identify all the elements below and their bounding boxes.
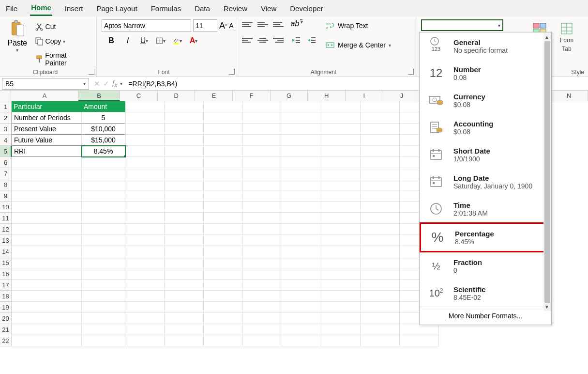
increase-indent-button[interactable] <box>307 35 317 46</box>
cell-a16[interactable] <box>12 268 82 280</box>
cell-b20[interactable] <box>82 313 125 324</box>
number-format-general[interactable]: 123 General No specific format <box>420 32 551 60</box>
cell-blank[interactable] <box>165 324 204 335</box>
cell-a20[interactable] <box>12 313 82 324</box>
cell-a18[interactable] <box>12 291 82 302</box>
cell-blank[interactable] <box>243 268 282 280</box>
cell-blank[interactable] <box>125 101 165 112</box>
row-header-4[interactable]: 4 <box>0 135 12 146</box>
cell-a14[interactable] <box>12 246 82 257</box>
cell-blank[interactable] <box>243 246 282 257</box>
menu-formulas[interactable]: Formulas <box>150 1 182 16</box>
name-box[interactable]: B5 ▾ <box>2 78 89 90</box>
cell-a19[interactable] <box>12 302 82 313</box>
cell-blank[interactable] <box>243 168 282 179</box>
cell-blank[interactable] <box>165 280 204 291</box>
cell-blank[interactable] <box>282 302 321 313</box>
cell-blank[interactable] <box>125 291 165 302</box>
alignment-dialog-launcher[interactable] <box>408 69 414 75</box>
cell-a11[interactable] <box>12 213 82 224</box>
cell-blank[interactable] <box>125 313 165 324</box>
row-header-21[interactable]: 21 <box>0 324 12 335</box>
cell-blank[interactable] <box>204 235 243 246</box>
cell-b18[interactable] <box>82 291 125 302</box>
menu-review[interactable]: Review <box>223 1 248 16</box>
select-all-corner[interactable] <box>0 91 11 101</box>
cell-a3[interactable]: Present Value <box>12 124 82 135</box>
cell-blank[interactable] <box>243 179 282 190</box>
row-header-11[interactable]: 11 <box>0 213 12 224</box>
cell-blank[interactable] <box>282 213 321 224</box>
decrease-font-button[interactable]: Aˇ <box>229 21 235 31</box>
copy-button[interactable]: Copy ▾ <box>33 34 91 48</box>
more-number-formats[interactable]: More Number Formats... <box>420 307 551 325</box>
cell-blank[interactable] <box>204 324 243 335</box>
col-header-e[interactable]: E <box>195 91 233 101</box>
cell-blank[interactable] <box>165 168 204 179</box>
cell-blank[interactable] <box>243 101 282 112</box>
cell-blank[interactable] <box>125 235 165 246</box>
cell-blank[interactable] <box>321 268 361 280</box>
cell-blank[interactable] <box>165 202 204 213</box>
cell-blank[interactable] <box>361 213 400 224</box>
cell-blank[interactable] <box>282 235 321 246</box>
cut-button[interactable]: Cut <box>33 19 91 34</box>
paste-button[interactable]: Paste ▾ <box>5 19 30 70</box>
cell-blank[interactable] <box>165 224 204 235</box>
cell-blank[interactable] <box>243 112 282 124</box>
cell-blank[interactable] <box>125 146 165 157</box>
number-format-number[interactable]: 12 Number 0.08 <box>420 60 551 87</box>
cell-blank[interactable] <box>125 213 165 224</box>
cell-blank[interactable] <box>204 257 243 268</box>
cell-a8[interactable] <box>12 179 82 190</box>
cell-blank[interactable] <box>243 135 282 146</box>
cell-blank[interactable] <box>282 168 321 179</box>
cell-b10[interactable] <box>82 202 125 213</box>
italic-button[interactable]: I <box>123 36 133 46</box>
cell-blank[interactable] <box>204 101 243 112</box>
cell-blank[interactable] <box>361 135 400 146</box>
cell-b16[interactable] <box>82 268 125 280</box>
cell-blank[interactable] <box>321 179 361 190</box>
cell-blank[interactable] <box>361 291 400 302</box>
menu-insert[interactable]: Insert <box>64 1 84 16</box>
cancel-formula-icon[interactable]: ✕ <box>94 79 100 88</box>
cell-blank[interactable] <box>321 124 361 135</box>
cell-blank[interactable] <box>361 235 400 246</box>
row-header-6[interactable]: 6 <box>0 157 12 168</box>
cell-a21[interactable] <box>12 324 82 335</box>
cell-a13[interactable] <box>12 235 82 246</box>
cell-blank[interactable] <box>282 135 321 146</box>
cell-blank[interactable] <box>282 257 321 268</box>
cell-blank[interactable] <box>361 224 400 235</box>
format-as-table-button[interactable]: Form Tab <box>555 19 579 52</box>
menu-page-layout[interactable]: Page Layout <box>95 1 138 16</box>
cell-blank[interactable] <box>282 291 321 302</box>
cell-blank[interactable] <box>204 224 243 235</box>
cell-blank[interactable] <box>361 246 400 257</box>
cell-blank[interactable] <box>243 280 282 291</box>
cell-blank[interactable] <box>243 190 282 202</box>
font-color-button[interactable]: A▾ <box>189 36 198 46</box>
row-header-12[interactable]: 12 <box>0 224 12 235</box>
align-left-button[interactable] <box>242 35 253 46</box>
cell-blank[interactable] <box>321 213 361 224</box>
cell-blank[interactable] <box>204 112 243 124</box>
cell-b6[interactable] <box>82 157 125 168</box>
clipboard-dialog-launcher[interactable] <box>89 69 94 75</box>
number-format-fraction[interactable]: ½ Fraction 0 <box>420 252 551 280</box>
cell-blank[interactable] <box>165 213 204 224</box>
fx-icon[interactable]: fx <box>112 79 117 89</box>
row-header-2[interactable]: 2 <box>0 112 12 124</box>
cell-blank[interactable] <box>321 146 361 157</box>
menu-view[interactable]: View <box>260 1 277 16</box>
col-header-a[interactable]: A <box>11 91 78 101</box>
cell-blank[interactable] <box>165 235 204 246</box>
cell-blank[interactable] <box>165 313 204 324</box>
cell-blank[interactable] <box>321 257 361 268</box>
cell-blank[interactable] <box>204 246 243 257</box>
col-header-g[interactable]: G <box>271 91 308 101</box>
cell-blank[interactable] <box>243 224 282 235</box>
cell-blank[interactable] <box>321 335 361 346</box>
cell-blank[interactable] <box>361 280 400 291</box>
